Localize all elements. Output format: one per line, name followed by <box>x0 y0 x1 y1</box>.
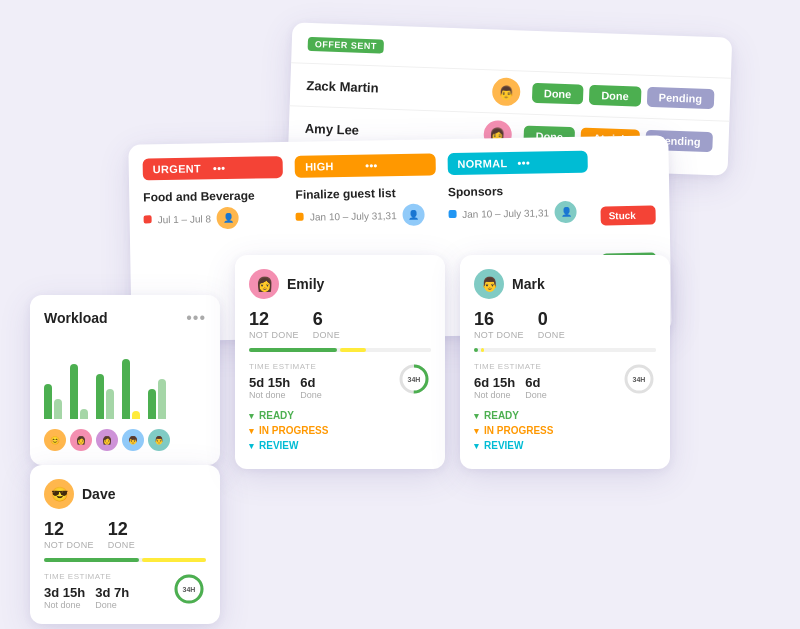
emily-time-label: TIME ESTIMATE <box>249 362 391 371</box>
mark-circle-label: 34H <box>633 376 646 383</box>
offer-badges-zack: Done Done Pending <box>531 83 714 109</box>
mark-header: 👨 Mark <box>474 269 656 299</box>
flag-normal <box>448 210 456 218</box>
avatar-task-high: 👤 <box>402 204 424 226</box>
chevron-mark-ready: ▾ <box>474 411 479 421</box>
flag-urgent <box>144 215 152 223</box>
bar-group-3 <box>96 359 114 419</box>
mark-sections: ▾ READY ▾ IN PROGRESS ▾ REVIEW <box>474 410 656 451</box>
dave-name: Dave <box>82 486 115 502</box>
bar-group-5 <box>148 359 166 419</box>
flag-high <box>296 213 304 221</box>
kanban-task-high: Finalize guest list <box>295 185 436 201</box>
emily-done-label: Done <box>313 330 340 340</box>
kanban-date-normal: Jan 10 – July 31,31 <box>462 207 549 220</box>
status-done-2[interactable]: Done <box>589 85 641 107</box>
kanban-date-urgent: Jul 1 – Jul 8 <box>158 213 212 225</box>
kanban-header-normal: NORMAL ••• <box>447 151 588 175</box>
mark-done-stat: 0 Done <box>538 309 565 340</box>
mark-progress-green <box>474 348 478 352</box>
kanban-meta-high: Jan 10 – July 31,31 👤 <box>296 203 437 227</box>
emily-review[interactable]: ▾ REVIEW <box>249 440 431 451</box>
bar-light-5 <box>158 379 166 419</box>
bar-green-4 <box>122 359 130 419</box>
workload-dots[interactable]: ••• <box>186 309 206 327</box>
bar-group-2 <box>70 359 88 419</box>
bar-light-1 <box>54 399 62 419</box>
dave-header: 😎 Dave <box>44 479 206 509</box>
bar-green-3 <box>96 374 104 419</box>
chevron-in-progress: ▾ <box>249 426 254 436</box>
dave-emoji: 😎 <box>51 486 68 502</box>
kanban-date-high: Jan 10 – July 31,31 <box>310 210 397 223</box>
emily-sections: ▾ READY ▾ IN PROGRESS ▾ REVIEW <box>249 410 431 451</box>
emily-not-done-time: 5d 15h Not done <box>249 375 290 400</box>
bar-green-2 <box>70 364 78 419</box>
dave-not-done-label: Not done <box>44 540 94 550</box>
mark-progress-yellow <box>481 348 485 352</box>
mark-stats: 16 Not done 0 Done <box>474 309 656 340</box>
kanban-meta-urgent: Jul 1 – Jul 8 👤 <box>143 206 284 230</box>
workload-avatar-4: 👦 <box>122 429 144 451</box>
mark-review[interactable]: ▾ REVIEW <box>474 440 656 451</box>
emily-not-done-num: 12 <box>249 309 299 330</box>
kanban-header-urgent: URGENT ••• <box>143 156 284 180</box>
bar-green-1 <box>44 384 52 419</box>
emily-in-progress[interactable]: ▾ IN PROGRESS <box>249 425 431 436</box>
avatar-zack: 👨 <box>491 77 520 106</box>
mark-emoji: 👨 <box>481 276 498 292</box>
dave-not-done-stat: 12 Not done <box>44 519 94 550</box>
offer-name-zack: Zack Martin <box>306 77 492 98</box>
bar-yellow-4 <box>132 411 140 419</box>
kanban-dots-normal[interactable]: ••• <box>517 156 577 169</box>
emily-stats: 12 Not done 6 Done <box>249 309 431 340</box>
emily-card: 👩 Emily 12 Not done 6 Done TIME ESTIMATE… <box>235 255 445 469</box>
mark-circle-progress: 34H <box>622 362 656 396</box>
mark-in-progress[interactable]: ▾ IN PROGRESS <box>474 425 656 436</box>
kanban-task-urgent: Food and Beverage <box>143 188 284 204</box>
dave-time-details: TIME ESTIMATE 3d 15h Not done 3d 7h Done <box>44 572 166 610</box>
mark-progress-bar <box>474 348 656 352</box>
emily-done-num: 6 <box>313 309 340 330</box>
mark-time-row: TIME ESTIMATE 6d 15h Not done 6d Done 34… <box>474 362 656 400</box>
dave-progress-yellow <box>142 558 206 562</box>
workload-title: Workload <box>44 310 186 326</box>
avatar-task-normal: 👤 <box>555 201 577 223</box>
workload-avatar-2: 👩 <box>70 429 92 451</box>
mark-avatar: 👨 <box>474 269 504 299</box>
bar-group-4 <box>122 359 140 419</box>
workload-bars <box>44 339 206 419</box>
dave-not-done-time: 3d 15h Not done <box>44 585 85 610</box>
status-done-1[interactable]: Done <box>531 83 583 105</box>
kanban-label-normal: NORMAL <box>457 157 517 170</box>
kanban-task-normal: Sponsors <box>448 183 589 199</box>
emily-not-done-stat: 12 Not done <box>249 309 299 340</box>
mark-ready[interactable]: ▾ READY <box>474 410 656 421</box>
dave-done-label: Done <box>108 540 135 550</box>
status-stuck-1[interactable]: Stuck <box>600 206 655 226</box>
dave-stats: 12 Not done 12 Done <box>44 519 206 550</box>
workload-card: Workload ••• <box>30 295 220 465</box>
emily-progress-green <box>249 348 337 352</box>
emily-circle-label: 34H <box>408 376 421 383</box>
dave-avatar: 😎 <box>44 479 74 509</box>
workload-avatar-3: 👩 <box>96 429 118 451</box>
mark-time-values: 6d 15h Not done 6d Done <box>474 375 616 400</box>
mark-progress-rest <box>487 348 656 352</box>
emily-not-done-label: Not done <box>249 330 299 340</box>
kanban-dots-high[interactable]: ••• <box>365 159 425 172</box>
kanban-dots-urgent[interactable]: ••• <box>213 161 273 174</box>
bar-light-2 <box>80 409 88 419</box>
emily-emoji: 👩 <box>256 276 273 292</box>
mark-name: Mark <box>512 276 545 292</box>
mark-time-details: TIME ESTIMATE 6d 15h Not done 6d Done <box>474 362 616 400</box>
emily-ready[interactable]: ▾ READY <box>249 410 431 421</box>
chevron-ready: ▾ <box>249 411 254 421</box>
kanban-header-high: HIGH ••• <box>295 153 436 177</box>
offer-sent-badge: OFFER SENT <box>308 37 384 54</box>
workload-avatars: 😊 👩 👩 👦 👨 <box>44 429 206 451</box>
dave-card: 😎 Dave 12 Not done 12 Done TIME ESTIMATE… <box>30 465 220 624</box>
dave-time-row: TIME ESTIMATE 3d 15h Not done 3d 7h Done… <box>44 572 206 610</box>
bar-light-3 <box>106 389 114 419</box>
status-pending-1[interactable]: Pending <box>646 87 714 109</box>
